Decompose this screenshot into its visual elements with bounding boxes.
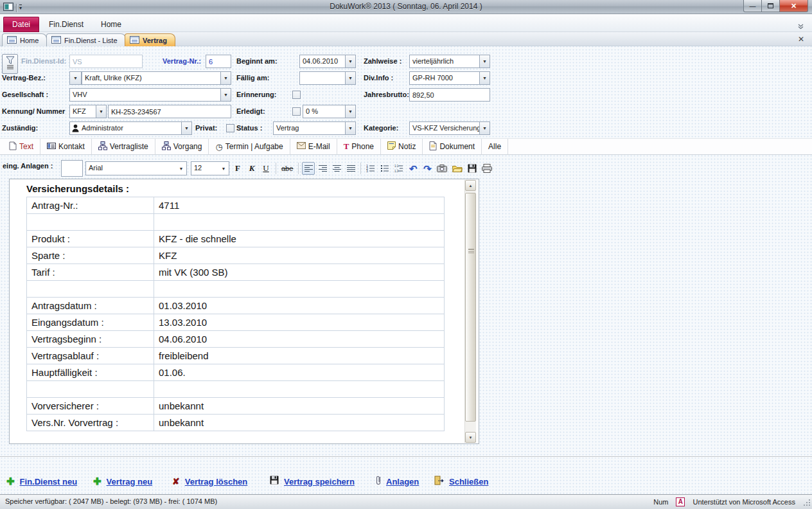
- doc-tab-findienst-liste[interactable]: Fin.Dienst - Liste: [46, 33, 126, 46]
- anlagen-link[interactable]: Anlagen: [386, 477, 419, 487]
- filter-icon: [6, 56, 15, 72]
- multilevel-list-button[interactable]: 1.11.3: [393, 162, 405, 175]
- erinnerung-checkbox[interactable]: [292, 91, 301, 99]
- gesellschaft-combobox[interactable]: VHV▼: [69, 88, 231, 102]
- ribbon-tab-datei[interactable]: Datei: [3, 17, 39, 32]
- underline-button[interactable]: U: [260, 162, 272, 175]
- chevron-down-icon[interactable]: ▼: [345, 105, 355, 118]
- save-text-button[interactable]: [466, 162, 479, 175]
- bold-button[interactable]: F: [231, 162, 244, 175]
- tab-vorgang[interactable]: Vorgang: [155, 139, 209, 154]
- tab-termin-aufgabe[interactable]: ◷ Termin | Aufgabe: [209, 139, 290, 154]
- chevron-down-icon[interactable]: ▼: [218, 162, 229, 175]
- align-right-button[interactable]: [316, 162, 329, 175]
- collapse-ribbon-icon[interactable]: [797, 21, 804, 32]
- open-file-button[interactable]: [450, 162, 464, 175]
- anlagen-button[interactable]: Anlagen: [376, 474, 419, 488]
- scroll-down-button[interactable]: ▼: [465, 432, 476, 443]
- chevron-down-icon[interactable]: ▼: [345, 55, 355, 67]
- font-size-combobox[interactable]: 12▼: [191, 161, 229, 175]
- chevron-down-icon[interactable]: ▼: [479, 55, 490, 67]
- tab-label: Notiz: [398, 142, 416, 151]
- chevron-down-icon[interactable]: ▼: [345, 122, 355, 134]
- insurance-details-table: Antrag-Nr.:4711 Produkt :KFZ - die schne…: [26, 197, 445, 431]
- align-justify-button[interactable]: [344, 162, 357, 175]
- scroll-up-button[interactable]: ▲: [465, 180, 476, 191]
- close-tab-icon[interactable]: ✕: [798, 35, 804, 44]
- chevron-down-icon[interactable]: ▼: [176, 162, 186, 175]
- tab-text[interactable]: Text: [3, 139, 40, 154]
- resize-grip[interactable]: [803, 499, 811, 508]
- fin-dienst-neu-link[interactable]: Fin.Dienst neu: [20, 477, 78, 487]
- vertrag-neu-button[interactable]: ✚ Vertrag neu: [93, 474, 152, 488]
- fin-dienst-neu-button[interactable]: ✚ Fin.Dienst neu: [6, 474, 77, 488]
- row-label: Hauptfälligkeit :: [27, 364, 154, 381]
- tab-label: Vorgang: [173, 142, 202, 151]
- div-info-combobox[interactable]: GP-RH 7000▼: [409, 71, 490, 85]
- schliessen-button[interactable]: Schließen: [434, 474, 488, 488]
- maximize-button[interactable]: [762, 0, 780, 12]
- tab-dokument[interactable]: Dokument: [423, 139, 482, 154]
- chevron-down-icon[interactable]: ▼: [479, 122, 490, 134]
- note-icon: [387, 141, 396, 152]
- kennung-art-combobox[interactable]: KFZ▼: [69, 105, 107, 118]
- undo-button[interactable]: ↶: [407, 162, 419, 175]
- vertrag-neu-link[interactable]: Vertrag neu: [107, 477, 153, 487]
- font-name-combobox[interactable]: Arial▼: [85, 161, 187, 175]
- vertrag-bez-combobox[interactable]: Kraft, Ulrike (KFZ)▼: [82, 71, 231, 85]
- minimize-button[interactable]: —: [743, 0, 762, 12]
- fin-dienst-id-field[interactable]: [69, 55, 143, 68]
- kennung-nummer-field[interactable]: [108, 105, 231, 118]
- bullet-list-button[interactable]: [378, 162, 391, 175]
- doc-tab-home[interactable]: Home: [2, 33, 47, 46]
- vertrag-loeschen-button[interactable]: ✘ Vertrag löschen: [172, 474, 247, 488]
- chevron-down-icon[interactable]: ▼: [96, 105, 106, 118]
- row-value: [154, 214, 445, 231]
- align-center-button[interactable]: [330, 162, 343, 175]
- jahresbrutto-field[interactable]: [409, 88, 490, 102]
- redo-button[interactable]: ↷: [421, 162, 434, 175]
- numbered-list-button[interactable]: 123: [364, 162, 377, 175]
- schliessen-link[interactable]: Schließen: [449, 477, 488, 487]
- scrollbar-thumb[interactable]: [465, 193, 476, 422]
- kategorie-combobox[interactable]: VS-KFZ Versicherung▼: [409, 121, 490, 135]
- attachments-count-field[interactable]: [61, 160, 83, 177]
- vertrag-nr-field[interactable]: [206, 55, 231, 68]
- tab-notiz[interactable]: Notiz: [381, 139, 423, 154]
- status-combobox[interactable]: Vertrag▼: [273, 121, 356, 135]
- chevron-down-icon[interactable]: ▼: [345, 72, 355, 84]
- strikethrough-button[interactable]: abe: [279, 162, 295, 175]
- chevron-down-icon[interactable]: ▼: [220, 89, 231, 101]
- ribbon-tab-findienst[interactable]: Fin.Dienst: [40, 17, 93, 32]
- chevron-down-icon[interactable]: ▼: [181, 122, 191, 134]
- faellig-am-combobox[interactable]: ▼: [299, 71, 356, 85]
- beginnt-am-combobox[interactable]: 04.06.2010▼: [299, 55, 356, 68]
- zustaendig-combobox[interactable]: Administrator▼: [69, 121, 192, 135]
- privat-checkbox[interactable]: [226, 124, 234, 132]
- chevron-down-icon[interactable]: ▼: [220, 72, 231, 84]
- tab-alle[interactable]: Alle: [482, 139, 508, 154]
- print-button[interactable]: [480, 162, 494, 175]
- zahlweise-combobox[interactable]: vierteljährlich▼: [409, 55, 490, 68]
- erledigt-checkbox[interactable]: [292, 107, 301, 116]
- italic-button[interactable]: K: [245, 162, 258, 175]
- chevron-down-icon[interactable]: ▼: [479, 72, 490, 84]
- ribbon-tab-home[interactable]: Home: [92, 17, 130, 32]
- tab-phone[interactable]: T Phone: [337, 139, 381, 154]
- insert-image-button[interactable]: [435, 162, 449, 175]
- erledigt-prozent-combobox[interactable]: 0 %▼: [303, 105, 356, 118]
- vertrag-loeschen-link[interactable]: Vertrag löschen: [185, 477, 248, 487]
- text-editor-area[interactable]: Versicherungsdetails : Antrag-Nr.:4711 P…: [9, 179, 479, 444]
- doc-tab-vertrag[interactable]: Vertrag: [125, 33, 175, 46]
- vertrag-speichern-button[interactable]: Vertrag speichern: [270, 474, 355, 488]
- tab-email[interactable]: E-Mail: [290, 139, 337, 154]
- gesellschaft-value: VHV: [70, 89, 220, 101]
- align-left-button[interactable]: [302, 162, 315, 175]
- tab-vertragliste[interactable]: Vertragliste: [92, 139, 155, 154]
- vertical-scrollbar[interactable]: ▲ ▼: [464, 180, 476, 443]
- table-row: Vertragsbeginn :04.06.2010: [27, 331, 445, 348]
- tab-kontakt[interactable]: Kontakt: [40, 139, 92, 154]
- vertrag-bez-lookup-dropdown[interactable]: ▼: [69, 71, 82, 85]
- vertrag-speichern-link[interactable]: Vertrag speichern: [284, 477, 355, 487]
- close-button[interactable]: ✕: [780, 0, 808, 12]
